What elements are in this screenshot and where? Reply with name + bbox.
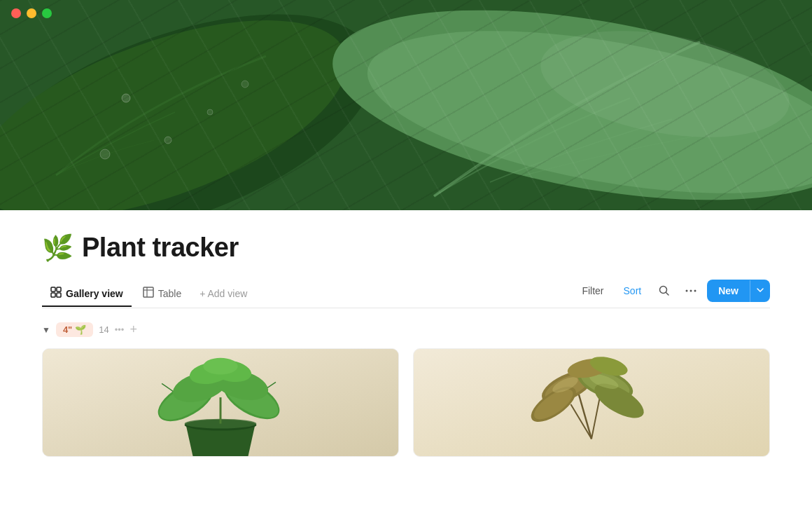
svg-point-23 xyxy=(694,290,696,292)
svg-point-8 xyxy=(318,0,812,210)
new-button-group: New xyxy=(707,280,770,302)
gallery-view-label: Gallery view xyxy=(66,288,123,299)
page-title: Plant tracker xyxy=(82,233,239,263)
toolbar-left: Gallery view Table + Add view xyxy=(42,281,254,306)
svg-point-5 xyxy=(207,109,213,115)
minimize-button[interactable] xyxy=(27,8,36,18)
table-view-label: Table xyxy=(158,288,181,299)
table-view-icon xyxy=(143,287,154,300)
card-1-image xyxy=(43,349,398,456)
svg-line-20 xyxy=(666,293,669,296)
collapse-arrow-icon[interactable]: ▼ xyxy=(42,325,50,335)
toolbar: Gallery view Table + Add view xyxy=(42,280,770,308)
more-button[interactable] xyxy=(680,280,701,301)
gallery-view-icon xyxy=(50,287,62,300)
svg-point-9 xyxy=(356,1,812,210)
svg-rect-12 xyxy=(51,287,55,291)
page-icon: 🌿 xyxy=(42,235,74,261)
hero-banner xyxy=(0,0,812,210)
page-title-row: 🌿 Plant tracker xyxy=(42,233,770,263)
svg-rect-10 xyxy=(0,0,812,210)
filter-button[interactable]: Filter xyxy=(575,281,610,301)
tab-gallery-view[interactable]: Gallery view xyxy=(42,281,132,307)
close-button[interactable] xyxy=(11,8,21,18)
filter-label: Filter xyxy=(582,285,603,296)
search-button[interactable] xyxy=(654,280,675,301)
svg-rect-14 xyxy=(51,293,55,297)
svg-rect-0 xyxy=(0,0,812,210)
card-2-image xyxy=(414,349,769,456)
toolbar-right: Filter Sort xyxy=(575,280,770,308)
svg-point-7 xyxy=(241,81,248,88)
tab-table-view[interactable]: Table xyxy=(134,281,190,307)
new-button-chevron[interactable] xyxy=(750,280,770,302)
new-button[interactable]: New xyxy=(707,280,750,302)
svg-rect-15 xyxy=(57,293,61,297)
svg-rect-16 xyxy=(144,287,153,297)
svg-point-4 xyxy=(164,137,172,144)
svg-point-22 xyxy=(690,290,692,292)
svg-point-38 xyxy=(203,358,237,375)
svg-point-1 xyxy=(0,0,403,210)
maximize-button[interactable] xyxy=(42,8,52,18)
svg-point-3 xyxy=(122,94,130,102)
gallery-card-1[interactable] xyxy=(42,348,399,457)
sort-label: Sort xyxy=(624,285,642,296)
group-badge[interactable]: 4" 🌱 xyxy=(56,322,93,337)
group-more-button[interactable]: ••• xyxy=(115,324,125,335)
add-view-button[interactable]: + Add view xyxy=(192,282,254,305)
gallery-card-2[interactable] xyxy=(413,348,770,457)
add-view-label: + Add view xyxy=(200,288,247,299)
svg-point-2 xyxy=(0,0,372,210)
sort-button[interactable]: Sort xyxy=(617,281,649,301)
svg-rect-13 xyxy=(57,287,61,291)
group-badge-label: 4" xyxy=(63,324,72,335)
svg-point-6 xyxy=(100,149,110,159)
traffic-lights xyxy=(11,8,52,18)
content-area: 🌿 Plant tracker Gallery view xyxy=(0,233,812,457)
gallery-grid xyxy=(42,348,770,457)
group-row: ▼ 4" 🌱 14 ••• + xyxy=(42,322,770,337)
group-count: 14 xyxy=(99,324,108,335)
svg-point-21 xyxy=(686,290,688,292)
group-badge-icon: 🌱 xyxy=(75,324,86,335)
svg-point-11 xyxy=(533,14,798,154)
group-add-button[interactable]: + xyxy=(130,322,137,337)
